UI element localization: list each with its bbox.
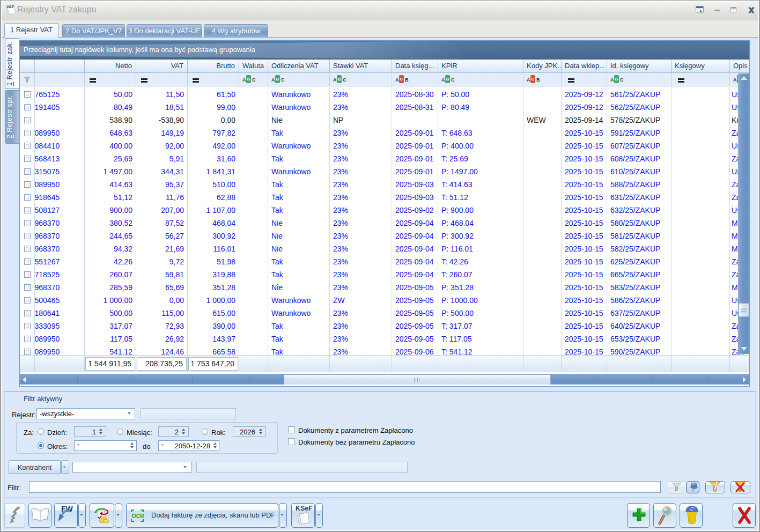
svg-text:OCR: OCR — [132, 513, 144, 519]
svg-text:VAT: VAT — [6, 4, 14, 9]
